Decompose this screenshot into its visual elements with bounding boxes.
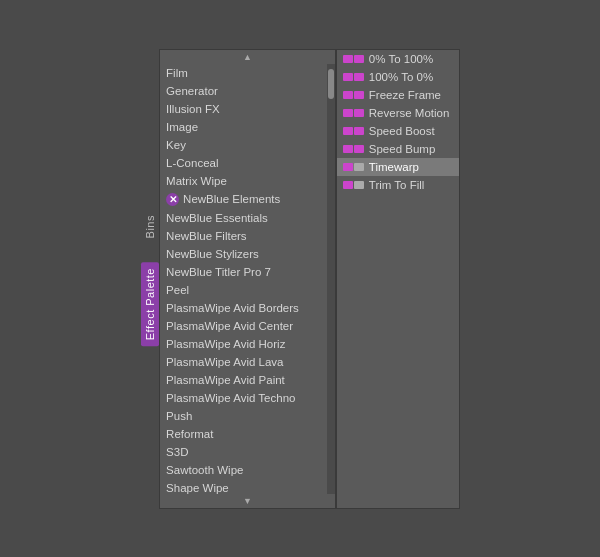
category-label: Illusion FX [166, 103, 220, 115]
effect-icon [343, 91, 364, 99]
category-item-s3d[interactable]: S3D [160, 443, 327, 461]
effect-item-freeze-frame[interactable]: Freeze Frame [337, 86, 459, 104]
category-item-newblue-essentials[interactable]: NewBlue Essentials [160, 209, 327, 227]
main-container: Bins Effect Palette ▲ FilmGeneratorIllus… [0, 0, 600, 557]
category-item-push[interactable]: Push [160, 407, 327, 425]
category-item-reformat[interactable]: Reformat [160, 425, 327, 443]
category-item-l-conceal[interactable]: L-Conceal [160, 154, 327, 172]
panel-wrapper: Bins Effect Palette ▲ FilmGeneratorIllus… [140, 49, 460, 509]
category-label: NewBlue Elements [183, 193, 280, 205]
effect-label: Speed Boost [369, 125, 435, 137]
category-label: PlasmaWipe Avid Paint [166, 374, 285, 386]
category-item-sawtooth-wipe[interactable]: Sawtooth Wipe [160, 461, 327, 479]
category-item-key[interactable]: Key [160, 136, 327, 154]
category-label: Key [166, 139, 186, 151]
category-label: NewBlue Titler Pro 7 [166, 266, 271, 278]
side-labels: Bins Effect Palette [140, 49, 159, 509]
left-panel: ▲ FilmGeneratorIllusion FXImageKeyL-Conc… [159, 49, 336, 509]
effect-item-speed-boost[interactable]: Speed Boost [337, 122, 459, 140]
scroll-down-arrow[interactable]: ▼ [160, 494, 335, 508]
effect-label: Freeze Frame [369, 89, 441, 101]
effect-item-reverse-motion[interactable]: Reverse Motion [337, 104, 459, 122]
category-label: PlasmaWipe Avid Center [166, 320, 293, 332]
category-label: PlasmaWipe Avid Techno [166, 392, 295, 404]
category-label: PlasmaWipe Avid Lava [166, 356, 283, 368]
close-icon[interactable]: ✕ [166, 193, 179, 206]
effect-icon [343, 181, 364, 189]
effect-icon [343, 127, 364, 135]
category-label: Film [166, 67, 188, 79]
category-item-newblue-filters[interactable]: NewBlue Filters [160, 227, 327, 245]
category-item-plasmawipe-avid-paint[interactable]: PlasmaWipe Avid Paint [160, 371, 327, 389]
category-item-plasmawipe-avid-lava[interactable]: PlasmaWipe Avid Lava [160, 353, 327, 371]
category-item-illusion-fx[interactable]: Illusion FX [160, 100, 327, 118]
category-item-peel[interactable]: Peel [160, 281, 327, 299]
bins-label: Bins [142, 211, 158, 242]
right-panel: 0% To 100%100% To 0%Freeze FrameReverse … [336, 49, 460, 509]
category-item-plasmawipe-avid-center[interactable]: PlasmaWipe Avid Center [160, 317, 327, 335]
category-label: Shape Wipe [166, 482, 229, 494]
category-label: PlasmaWipe Avid Horiz [166, 338, 285, 350]
category-label: NewBlue Essentials [166, 212, 268, 224]
effect-icon [343, 163, 364, 171]
left-scrollbar-thumb[interactable] [328, 69, 334, 99]
category-item-generator[interactable]: Generator [160, 82, 327, 100]
left-scrollbar[interactable] [327, 64, 335, 494]
effect-icon [343, 109, 364, 117]
effects-list: 0% To 100%100% To 0%Freeze FrameReverse … [337, 50, 459, 194]
category-label: Matrix Wipe [166, 175, 227, 187]
category-label: PlasmaWipe Avid Borders [166, 302, 299, 314]
category-label: Generator [166, 85, 218, 97]
effect-item-speed-bump[interactable]: Speed Bump [337, 140, 459, 158]
category-list: FilmGeneratorIllusion FXImageKeyL-Concea… [160, 64, 327, 494]
category-label: Reformat [166, 428, 213, 440]
category-label: Image [166, 121, 198, 133]
category-item-plasmawipe-avid-borders[interactable]: PlasmaWipe Avid Borders [160, 299, 327, 317]
effect-icon [343, 145, 364, 153]
category-label: NewBlue Stylizers [166, 248, 259, 260]
effect-label: Trim To Fill [369, 179, 425, 191]
category-label: Push [166, 410, 192, 422]
effect-label: 0% To 100% [369, 53, 433, 65]
category-item-matrix-wipe[interactable]: Matrix Wipe [160, 172, 327, 190]
category-item-plasmawipe-avid-horiz[interactable]: PlasmaWipe Avid Horiz [160, 335, 327, 353]
category-label: NewBlue Filters [166, 230, 247, 242]
category-label: Sawtooth Wipe [166, 464, 243, 476]
category-item-newblue-elements[interactable]: ✕NewBlue Elements [160, 190, 327, 209]
category-item-plasmawipe-avid-techno[interactable]: PlasmaWipe Avid Techno [160, 389, 327, 407]
effect-item-0-to-100[interactable]: 0% To 100% [337, 50, 459, 68]
effect-item-timewarp[interactable]: Timewarp [337, 158, 459, 176]
category-scroll-area[interactable]: FilmGeneratorIllusion FXImageKeyL-Concea… [160, 64, 335, 494]
category-item-newblue-stylizers[interactable]: NewBlue Stylizers [160, 245, 327, 263]
scroll-up-arrow[interactable]: ▲ [160, 50, 335, 64]
category-item-image[interactable]: Image [160, 118, 327, 136]
effect-palette-label: Effect Palette [141, 262, 159, 346]
effect-icon [343, 73, 364, 81]
effect-label: Reverse Motion [369, 107, 450, 119]
category-label: L-Conceal [166, 157, 218, 169]
effect-item-100-to-0[interactable]: 100% To 0% [337, 68, 459, 86]
effect-label: 100% To 0% [369, 71, 433, 83]
category-item-shape-wipe[interactable]: Shape Wipe [160, 479, 327, 494]
category-item-film[interactable]: Film [160, 64, 327, 82]
category-label: Peel [166, 284, 189, 296]
category-item-newblue-titler[interactable]: NewBlue Titler Pro 7 [160, 263, 327, 281]
effect-icon [343, 55, 364, 63]
effect-item-trim-to-fill[interactable]: Trim To Fill [337, 176, 459, 194]
effect-label: Timewarp [369, 161, 419, 173]
effect-label: Speed Bump [369, 143, 436, 155]
category-label: S3D [166, 446, 188, 458]
